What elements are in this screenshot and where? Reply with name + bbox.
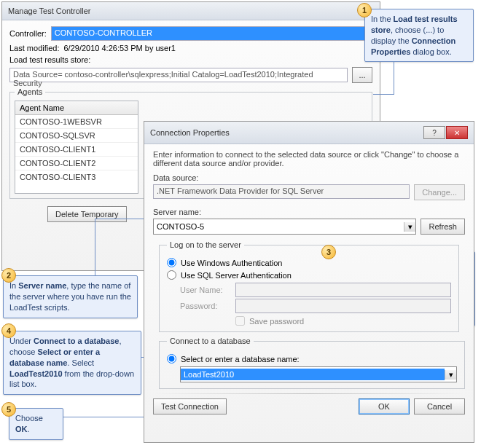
help-button[interactable]: ? [423,126,445,139]
ok-label: OK [378,402,390,411]
cp-title: Connection Properties [150,128,230,137]
data-source-label: Data source: [153,173,465,182]
password-label: Password: [180,302,231,310]
save-password-checkbox: Save password [235,316,451,326]
callout-4: Under Connect to a database, choose Sele… [3,331,141,395]
logon-legend: Log on to the server [167,240,244,249]
server-name-dropdown[interactable]: ▾ [153,219,416,235]
list-item[interactable]: CONTOSO-SQLSVR [15,128,138,142]
store-value: Data Source= contoso-controller\sqlexpre… [13,70,313,87]
chevron-down-icon[interactable]: ▾ [404,222,415,232]
database-name-dropdown[interactable]: ▾ [180,366,457,382]
logon-group: Log on to the server Use Windows Authent… [159,240,459,332]
list-item[interactable]: CONTOSO-1WEBSVR [15,115,138,128]
close-button[interactable]: ✕ [446,126,468,139]
radio-sql-auth-label: Use SQL Server Authentication [181,271,292,280]
change-label: Change... [422,188,457,197]
mtc-title: Manage Test Controller [8,7,91,15]
callout-1-line-h [373,94,394,95]
store-input[interactable]: Data Source= contoso-controller\sqlexpre… [9,68,348,82]
username-label: User Name: [180,286,231,294]
save-password-label: Save password [249,317,304,326]
callout-1: In the Load test results store, choose (… [364,9,474,62]
last-modified-value: 6/29/2010 4:26:53 PM by user1 [63,44,176,52]
controller-label: Controller: [9,29,47,38]
refresh-button[interactable]: Refresh [421,219,465,235]
controller-value: CONTOSO-CONTROLLER [55,28,152,37]
separator [153,393,465,394]
save-password-input [235,316,245,326]
radio-db-name-input[interactable] [167,354,176,363]
agents-header: Agent Name [15,101,138,115]
mtc-titlebar: Manage Test Controller [2,2,380,20]
ellipsis-icon: ... [359,71,365,79]
callout-2: In Server name, type the name of the ser… [3,275,138,318]
password-input [235,299,451,313]
cp-intro: Enter information to connect to the sele… [153,150,465,168]
cancel-label: Cancel [427,402,452,411]
cp-titlebar: Connection Properties ? ✕ [144,122,474,144]
callout-num-4: 4 [1,323,16,338]
server-name-input[interactable] [154,221,404,232]
radio-windows-auth-input[interactable] [167,258,176,267]
data-source-value: .NET Framework Data Provider for SQL Ser… [157,186,324,195]
test-connection-label: Test Connection [161,402,219,411]
data-source-field: .NET Framework Data Provider for SQL Ser… [153,184,410,199]
agents-list[interactable]: Agent Name CONTOSO-1WEBSVR CONTOSO-SQLSV… [15,101,138,194]
radio-windows-auth-label: Use Windows Authentication [181,259,282,267]
connect-db-legend: Connect to a database [167,337,254,345]
radio-sql-auth-input[interactable] [167,270,176,280]
callout-5: Choose OK. [9,408,63,440]
database-name-input[interactable] [181,369,445,380]
test-connection-button[interactable]: Test Connection [153,398,227,414]
radio-db-name-label: Select or enter a database name: [181,355,300,363]
callout-num-5: 5 [1,402,16,417]
controller-input[interactable]: CONTOSO-CONTROLLER [51,26,372,41]
list-item[interactable]: CONTOSO-CLIENT2 [15,156,138,170]
ok-button[interactable]: OK [359,398,410,414]
last-modified-label: Last modified: [9,44,59,52]
delete-temporary-button[interactable]: Delete Temporary [47,206,127,222]
radio-sql-auth[interactable]: Use SQL Server Authentication [167,270,451,280]
agents-legend: Agents [15,87,45,96]
callout-num-1: 1 [357,3,372,17]
radio-windows-auth[interactable]: Use Windows Authentication [167,258,451,267]
callout-num-3: 3 [321,245,336,259]
callout-2-line-v [95,219,95,275]
list-item[interactable]: CONTOSO-CLIENT1 [15,142,138,156]
username-input [235,283,451,297]
server-name-label: Server name: [153,208,465,216]
connect-db-group: Connect to a database Select or enter a … [159,337,465,389]
delete-temp-label: Delete Temporary [55,210,119,219]
cancel-button[interactable]: Cancel [414,398,465,414]
chevron-down-icon[interactable]: ▾ [445,370,456,380]
callout-num-2: 2 [1,268,16,283]
store-ellipsis-button[interactable]: ... [352,67,372,83]
connection-properties-dialog: Connection Properties ? ✕ Enter informat… [144,121,474,443]
callout-1-line-v [394,61,394,95]
change-button[interactable]: Change... [414,184,465,200]
radio-db-name[interactable]: Select or enter a database name: [167,354,457,363]
list-item[interactable]: CONTOSO-CLIENT3 [15,170,138,184]
store-label: Load test results store: [9,55,90,64]
refresh-label: Refresh [429,222,457,231]
